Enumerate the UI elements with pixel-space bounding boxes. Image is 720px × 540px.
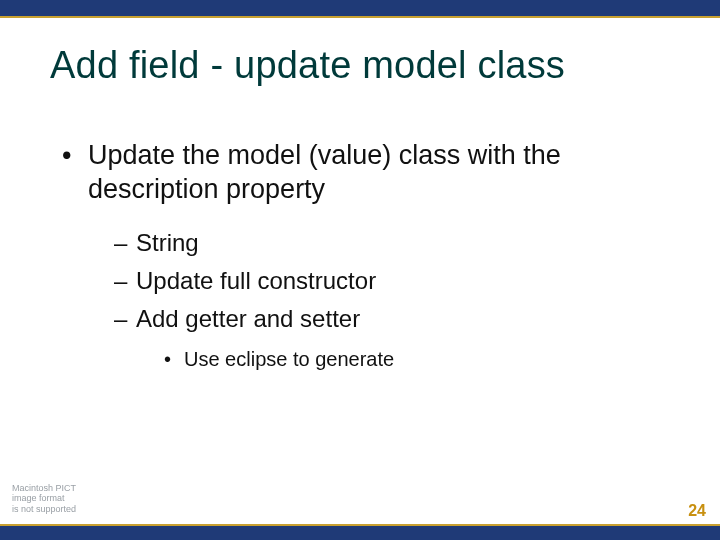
placeholder-line: image format [12,493,76,503]
list-item-text: Use eclipse to generate [184,348,394,370]
list-item-text: Update full constructor [136,267,376,294]
list-item: Use eclipse to generate [164,346,670,372]
list-item: Update the model (value) class with the … [62,139,670,372]
list-item: String [114,227,670,259]
list-item-text: Add getter and setter [136,305,360,332]
page-number: 24 [688,502,706,520]
list-item: Add getter and setter Use eclipse to gen… [114,303,670,371]
top-border-band [0,0,720,18]
list-item: Update full constructor [114,265,670,297]
slide-body: Add field - update model class Update th… [0,18,720,540]
bullet-list-level2: String Update full constructor Add gette… [88,227,670,372]
image-placeholder-text: Macintosh PICT image format is not suppo… [12,483,76,514]
list-item-text: Update the model (value) class with the … [88,140,561,204]
placeholder-line: is not supported [12,504,76,514]
list-item-text: String [136,229,199,256]
placeholder-line: Macintosh PICT [12,483,76,493]
bottom-border-band [0,524,720,540]
slide-title: Add field - update model class [50,44,670,87]
bullet-list-level3: Use eclipse to generate [136,346,670,372]
bullet-list-level1: Update the model (value) class with the … [50,139,670,372]
